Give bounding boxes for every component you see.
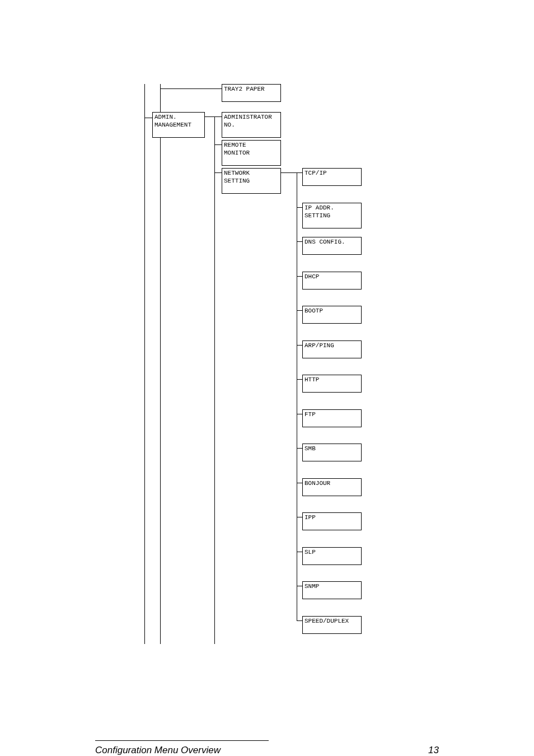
tree-line: [205, 116, 222, 117]
menu-slp: SLP: [302, 547, 362, 565]
tree-line: [214, 144, 222, 145]
menu-arp-ping: ARP/PING: [302, 340, 362, 358]
tree-line: [297, 172, 297, 620]
tree-line: [214, 172, 222, 173]
menu-dhcp: DHCP: [302, 272, 362, 290]
menu-bootp: BOOTP: [302, 306, 362, 324]
menu-speed-duplex: SPEED/DUPLEX: [302, 616, 362, 634]
page-footer: Configuration Menu Overview 13: [95, 745, 439, 756]
tree-line: [297, 310, 302, 311]
menu-admin-management: ADMIN. MANAGEMENT: [152, 112, 205, 138]
tree-line: [160, 84, 161, 644]
tree-line: [160, 88, 222, 89]
tree-line: [281, 172, 302, 173]
menu-ip-addr-setting: IP ADDR. SETTING: [302, 203, 362, 228]
tree-line: [297, 379, 302, 380]
footer-rule: [95, 740, 269, 741]
menu-smb: SMB: [302, 444, 362, 461]
menu-remote-monitor: REMOTE MONITOR: [222, 140, 281, 166]
menu-administrator-no: ADMINISTRATOR NO.: [222, 112, 281, 138]
tree-line: [214, 116, 215, 644]
footer-title: Configuration Menu Overview: [95, 745, 221, 756]
menu-dns-config: DNS CONFIG.: [302, 237, 362, 255]
menu-ipp: IPP: [302, 512, 362, 530]
tree-line: [297, 448, 302, 449]
tree-line: [297, 620, 302, 621]
menu-snmp: SNMP: [302, 581, 362, 599]
menu-tree-diagram: ADMIN. MANAGEMENT TRAY2 PAPER ADMINISTRA…: [144, 84, 385, 644]
tree-line: [297, 414, 302, 414]
tree-line: [297, 552, 302, 552]
menu-bonjour: BONJOUR: [302, 478, 362, 496]
tree-line: [297, 345, 302, 346]
footer-page-number: 13: [428, 745, 439, 756]
tree-line: [297, 276, 302, 277]
menu-http: HTTP: [302, 375, 362, 393]
menu-network-setting: NETWORK SETTING: [222, 168, 281, 194]
tree-line: [297, 241, 302, 242]
tree-line: [297, 586, 302, 586]
menu-tray2-paper: TRAY2 PAPER: [222, 84, 281, 102]
tree-line: [144, 118, 152, 118]
menu-tcp-ip: TCP/IP: [302, 168, 362, 186]
menu-ftp: FTP: [302, 409, 362, 427]
tree-line: [297, 483, 302, 483]
tree-line: [297, 207, 302, 208]
tree-line: [144, 84, 145, 644]
tree-line: [297, 517, 302, 517]
